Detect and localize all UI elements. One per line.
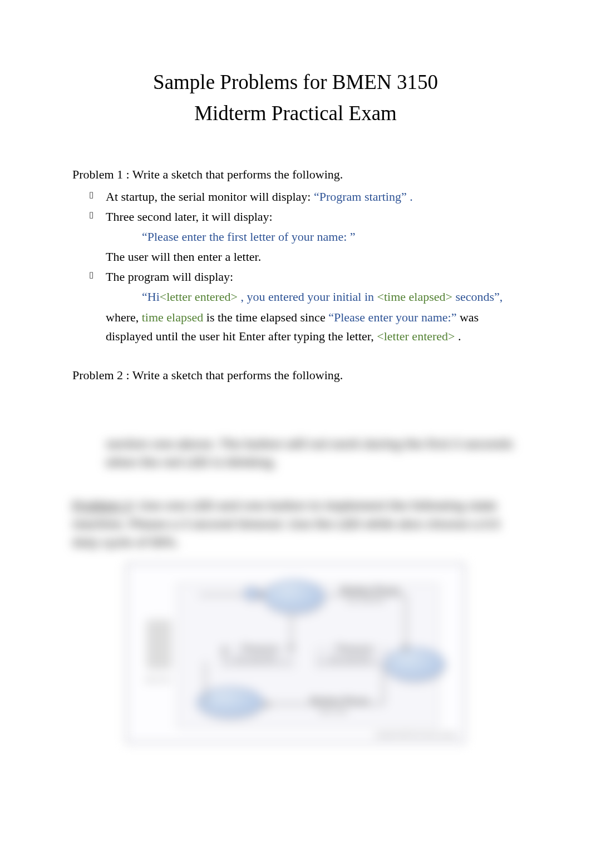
- where-letter: <letter entered>: [377, 329, 458, 343]
- bullet-2-quote: “Please enter the first letter of your n…: [142, 230, 356, 244]
- arrow-blink-up: [205, 661, 206, 706]
- label-button-press-top-sub: turn LED ON: [347, 596, 383, 606]
- bullet-2-text: Three second later, it will display:: [106, 210, 273, 224]
- where-mid: is the time elapsed since: [206, 310, 328, 324]
- box-timeout-left: [221, 648, 294, 668]
- bullet-1-quote: “Program starting” .: [314, 190, 413, 204]
- bullet-3-where: where, time elapsed is the time elapsed …: [72, 308, 519, 346]
- bullet-1: At startup, the serial monitor will disp…: [89, 187, 519, 206]
- arrow-off-down: [291, 614, 292, 647]
- arrowhead-on-in: [402, 646, 408, 652]
- problem-1-bullets-cont: The program will display:: [72, 267, 519, 286]
- problem-2-heading: Problem 2 : Write a sketch that performs…: [72, 368, 519, 383]
- arrowhead-init: [258, 591, 263, 598]
- where-time-elapsed: time elapsed: [142, 310, 206, 324]
- diagram-side-sublabel: xxxx xxx: [145, 675, 173, 685]
- arrow-bottom: [266, 703, 383, 705]
- problem-1-heading: Problem 1 : Write a sketch that performs…: [72, 167, 519, 182]
- arrowhead-to-blink: [263, 701, 269, 708]
- bullet-3-end: seconds”,: [455, 290, 503, 304]
- label-button-press-bottom: Button Press: [311, 694, 370, 708]
- bullet-1-text: At startup, the serial monitor will disp…: [106, 190, 314, 204]
- title-line-2: Midterm Practical Exam: [72, 98, 519, 129]
- where-pre: where,: [106, 310, 142, 324]
- bullet-3: The program will display:: [89, 267, 519, 286]
- arrow-init-to-off: [199, 594, 244, 596]
- bullet-3-mid: , you entered your initial in: [241, 290, 377, 304]
- bullet-3-subline: “Hi<letter entered> , you entered your i…: [72, 287, 519, 306]
- bullet-3-text: The program will display:: [106, 270, 233, 284]
- bullet-3-letter: <letter entered>: [160, 290, 241, 304]
- diagram-side-label: [146, 619, 171, 669]
- blurred-line-1: section one above. The button will not w…: [72, 435, 519, 472]
- blurred-line-2: Problem 3: Use one LED and one button to…: [72, 497, 519, 552]
- state-on: [383, 647, 445, 681]
- problem-1-bullets: At startup, the serial monitor will disp…: [72, 187, 519, 226]
- bullet-3-open: “Hi: [142, 290, 160, 304]
- page-title: Sample Problems for BMEN 3150 Midterm Pr…: [72, 67, 519, 128]
- arrow-top-right: [327, 594, 405, 596]
- state-blink: [196, 687, 263, 717]
- where-prompt: “Please enter your name:”: [328, 310, 460, 324]
- title-line-1: Sample Problems for BMEN 3150: [72, 67, 519, 98]
- bullet-2: Three second later, it will display:: [89, 207, 519, 226]
- label-button-press-bottom-sub: blink LED: [319, 707, 347, 716]
- bullet-2-followup: The user will then enter a letter.: [72, 247, 519, 266]
- blurred-preview: section one above. The button will not w…: [72, 435, 519, 743]
- arrow-on-down: [383, 666, 384, 705]
- box-timeout-right: [316, 648, 388, 668]
- where-period: .: [458, 329, 461, 343]
- bullet-2-subline: “Please enter the first letter of your n…: [72, 227, 519, 246]
- bullet-3-time: <time elapsed>: [377, 290, 456, 304]
- arrow-down-to-on: [405, 594, 406, 647]
- state-machine-diagram: xxxx xxx Button Press turn LED ON Timeou…: [126, 563, 465, 743]
- state-off: [263, 579, 324, 613]
- diagram-footer-label: created with the trial version: [375, 730, 457, 740]
